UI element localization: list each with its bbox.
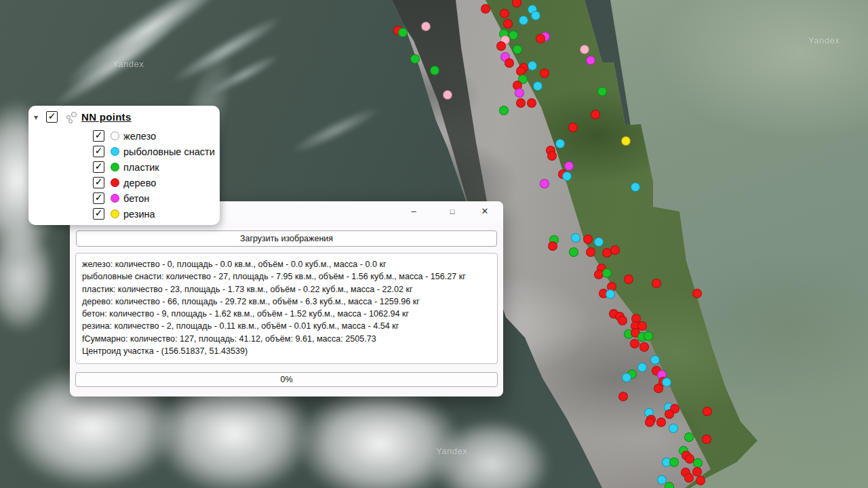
map-point[interactable] xyxy=(692,289,702,298)
legend-layer-checkbox[interactable]: ✓ xyxy=(46,111,58,123)
legend-title[interactable]: NN points xyxy=(81,111,132,123)
map-point[interactable] xyxy=(669,424,678,433)
map-point[interactable] xyxy=(580,45,589,54)
map-point[interactable] xyxy=(669,458,679,467)
map-point[interactable] xyxy=(696,476,705,485)
map-point[interactable] xyxy=(515,88,524,98)
maximize-button[interactable]: □ xyxy=(437,201,467,222)
map-point[interactable] xyxy=(562,171,572,181)
map-point[interactable] xyxy=(644,331,653,341)
legend-row[interactable]: ✓ рыболовные снасти xyxy=(28,146,220,161)
legend-item-checkbox[interactable]: ✓ xyxy=(93,130,104,142)
map-point[interactable] xyxy=(540,68,549,78)
map-point[interactable] xyxy=(481,4,490,14)
map-point[interactable] xyxy=(513,45,522,54)
map-point[interactable] xyxy=(540,179,549,188)
map-point[interactable] xyxy=(645,418,654,427)
legend-item-checkbox[interactable]: ✓ xyxy=(93,161,104,173)
map-point[interactable] xyxy=(621,136,631,146)
map-point[interactable] xyxy=(618,392,628,401)
map-point[interactable] xyxy=(639,342,649,352)
legend-item-checkbox[interactable]: ✓ xyxy=(93,208,104,220)
map-point[interactable] xyxy=(547,151,557,161)
map-point[interactable] xyxy=(505,58,514,68)
legend-item-label: резина xyxy=(123,208,155,220)
map-point[interactable] xyxy=(512,0,521,7)
map-point[interactable] xyxy=(509,30,518,40)
map-point[interactable] xyxy=(610,245,620,255)
map-point[interactable] xyxy=(528,61,537,70)
map-point[interactable] xyxy=(654,384,663,393)
map-point[interactable] xyxy=(637,363,647,372)
map-point[interactable] xyxy=(430,66,439,75)
map-point[interactable] xyxy=(656,418,666,427)
map-point[interactable] xyxy=(496,41,506,51)
map-point[interactable] xyxy=(443,90,452,100)
legend-header[interactable]: ▾ ✓ NN points xyxy=(28,111,220,126)
map-point[interactable] xyxy=(684,432,694,442)
map-point[interactable] xyxy=(583,235,593,244)
stats-line: резина: количество - 2, площадь - 0.11 к… xyxy=(82,320,491,332)
stats-line: дерево: количество - 66, площадь - 29.72… xyxy=(82,296,491,308)
map-point[interactable] xyxy=(519,16,528,25)
map-point[interactable] xyxy=(684,473,694,483)
legend-row[interactable]: ✓ пластик xyxy=(28,161,220,176)
stats-line: бетон: количество - 9, площадь - 1.62 кв… xyxy=(82,308,491,320)
legend-item-checkbox[interactable]: ✓ xyxy=(93,177,104,188)
map-point[interactable] xyxy=(665,482,674,488)
map-point[interactable] xyxy=(622,373,631,382)
minimize-button[interactable]: – xyxy=(399,201,429,222)
map-point[interactable] xyxy=(591,110,600,119)
map-point[interactable] xyxy=(703,407,712,416)
stats-textbox[interactable]: железо: количество - 0, площадь - 0.0 кв… xyxy=(75,253,498,364)
map-point[interactable] xyxy=(398,28,408,37)
stats-line: fСуммарно: количество: 127, площадь: 41.… xyxy=(82,333,491,345)
map-point[interactable] xyxy=(533,81,542,91)
map-point[interactable] xyxy=(410,54,420,64)
map-point[interactable] xyxy=(597,87,607,96)
legend-item-checkbox[interactable]: ✓ xyxy=(93,146,104,157)
map-point[interactable] xyxy=(594,237,604,247)
map-point[interactable] xyxy=(527,98,536,108)
map-point[interactable] xyxy=(662,378,671,387)
map-point[interactable] xyxy=(606,289,615,299)
map-point[interactable] xyxy=(631,182,640,192)
collapse-arrow-icon[interactable]: ▾ xyxy=(34,113,38,122)
load-images-button[interactable]: Загрузить изображения xyxy=(76,230,497,247)
map-point[interactable] xyxy=(569,247,578,257)
map-point[interactable] xyxy=(516,98,526,108)
points-layer-icon xyxy=(65,111,77,123)
map-point[interactable] xyxy=(536,34,545,43)
legend-row[interactable]: ✓ бетон xyxy=(28,192,220,207)
map-point[interactable] xyxy=(548,241,557,251)
map-canvas[interactable]: Yandex Yandex Yandex ▾ ✓ NN points ✓ жел… xyxy=(0,0,868,488)
legend-color-swatch xyxy=(111,131,119,140)
map-point[interactable] xyxy=(586,247,595,257)
map-point[interactable] xyxy=(564,161,574,171)
map-point[interactable] xyxy=(421,22,431,31)
map-point[interactable] xyxy=(692,467,702,476)
map-point[interactable] xyxy=(571,233,580,243)
map-point[interactable] xyxy=(630,339,639,348)
map-point[interactable] xyxy=(650,355,660,365)
map-point[interactable] xyxy=(568,123,578,132)
legend-row[interactable]: ✓ дерево xyxy=(28,177,220,192)
map-point[interactable] xyxy=(652,279,661,288)
map-point[interactable] xyxy=(500,9,509,18)
map-point[interactable] xyxy=(618,316,627,325)
map-point[interactable] xyxy=(555,139,565,148)
legend-item-checkbox[interactable]: ✓ xyxy=(93,192,104,204)
map-point[interactable] xyxy=(586,56,595,65)
progress-label: 0% xyxy=(280,375,292,384)
map-point[interactable] xyxy=(665,409,674,419)
legend-row[interactable]: ✓ резина xyxy=(28,208,220,223)
map-point[interactable] xyxy=(499,106,509,115)
map-point[interactable] xyxy=(602,268,612,278)
map-point[interactable] xyxy=(503,19,513,28)
legend-row[interactable]: ✓ железо xyxy=(28,130,220,145)
close-button[interactable]: ✕ xyxy=(470,201,500,222)
map-point[interactable] xyxy=(624,274,633,284)
map-point[interactable] xyxy=(702,434,711,444)
map-point[interactable] xyxy=(531,11,540,20)
map-point[interactable] xyxy=(693,458,703,468)
